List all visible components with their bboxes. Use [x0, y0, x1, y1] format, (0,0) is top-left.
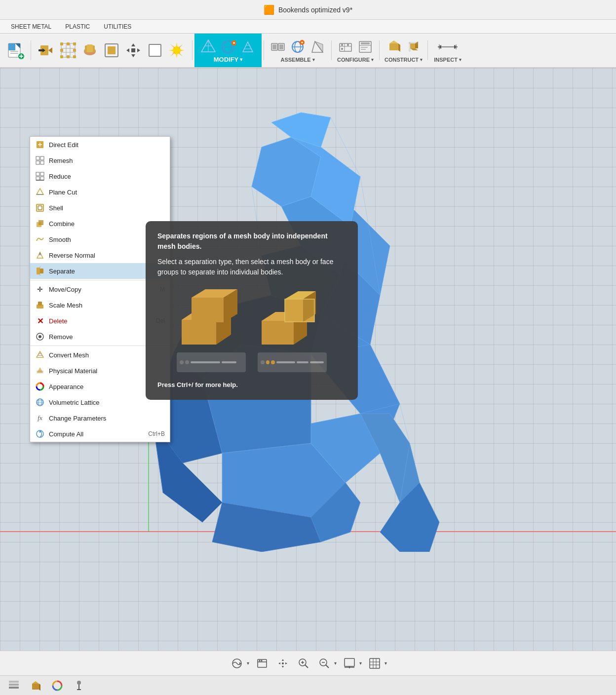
toolbar-divider-6 — [427, 40, 428, 61]
pin-icon[interactable] — [71, 678, 87, 694]
move-copy-icon: ✛ — [35, 284, 45, 294]
toolbar-modify-mesh3[interactable] — [239, 38, 257, 56]
assemble-label[interactable]: ASSEMBLE ▾ — [280, 57, 314, 63]
zoom-in-button[interactable] — [295, 655, 312, 672]
svg-marker-168 — [37, 351, 43, 357]
svg-rect-156 — [38, 206, 42, 210]
compute-all-label: Compute All — [49, 430, 83, 438]
bottom-toolbar: ▾ ▾ ▾ ▾ — [0, 651, 616, 675]
toolbar-inspect-btn[interactable] — [433, 38, 462, 56]
remesh-icon — [35, 155, 45, 165]
svg-line-206 — [305, 665, 308, 668]
tooltip-after — [258, 285, 327, 372]
svg-rect-22 — [60, 55, 63, 58]
toolbar-left-icons — [2, 34, 29, 67]
menu-item-shell[interactable]: Shell — [30, 200, 170, 216]
svg-rect-145 — [40, 156, 44, 160]
tooltip-footer: Press Ctrl+/ for more help. — [157, 380, 346, 390]
svg-marker-41 — [170, 44, 175, 49]
svg-marker-82 — [410, 48, 418, 50]
toolbar-construct-btn1[interactable] — [385, 38, 403, 56]
svg-rect-24 — [73, 55, 76, 58]
inspect-label[interactable]: INSPECT ▾ — [434, 57, 462, 63]
menu-utilities[interactable]: UTILITIES — [97, 21, 138, 32]
appearance-label: Appearance — [49, 383, 83, 390]
svg-rect-35 — [149, 44, 161, 56]
orbit-button[interactable] — [228, 655, 246, 672]
toolbar-divider-1 — [31, 40, 31, 61]
toolbar-assemble-btn2[interactable] — [289, 38, 307, 56]
change-parameters-label: Change Parameters — [49, 415, 106, 422]
toolbar-btn-lattice[interactable] — [58, 40, 78, 61]
svg-rect-23 — [67, 55, 70, 58]
zoom-out-button[interactable] — [315, 655, 333, 672]
viewport[interactable]: Direct Edit Remesh Reduce Plane Cut — [0, 68, 616, 651]
svg-rect-161 — [37, 268, 40, 274]
svg-marker-9 — [48, 47, 52, 53]
svg-rect-80 — [410, 43, 415, 48]
svg-marker-200 — [278, 662, 280, 664]
svg-marker-108 — [380, 483, 439, 552]
toolbar-btn-square[interactable] — [101, 40, 122, 61]
menu-plastic[interactable]: PLASTIC — [58, 21, 97, 32]
configure-label[interactable]: CONFIGURE ▾ — [337, 57, 374, 63]
toolbar-assemble-btn3[interactable] — [308, 38, 326, 56]
svg-rect-144 — [36, 156, 39, 160]
toolbar-divider-2 — [192, 40, 192, 61]
svg-marker-153 — [37, 189, 43, 194]
toolbar-btn-new[interactable] — [5, 40, 26, 61]
layers-icon[interactable] — [6, 678, 22, 694]
toolbar-btn-push[interactable] — [36, 40, 57, 61]
grid-dropdown-arrow[interactable]: ▾ — [384, 660, 388, 666]
modify-label[interactable]: MODIFY ▾ — [214, 56, 243, 63]
reverse-normal-label: Reverse Normal — [49, 252, 95, 259]
menu-item-remesh[interactable]: Remesh — [30, 153, 170, 168]
display-mode-button[interactable] — [341, 655, 358, 672]
material-icon[interactable] — [49, 678, 65, 694]
direct-edit-icon — [35, 140, 45, 150]
toolbar-configure-btn1[interactable] — [337, 38, 354, 56]
pan-button[interactable] — [274, 655, 292, 672]
toolbar-configure-section: CONFIGURE ▾ — [334, 34, 377, 67]
svg-rect-182 — [192, 298, 224, 322]
tooltip-images — [157, 285, 346, 372]
toolbar-btn-outline[interactable] — [145, 40, 165, 61]
toolbar-btn-burst[interactable] — [166, 40, 187, 61]
menu-item-reduce[interactable]: Reduce — [30, 168, 170, 184]
construct-label[interactable]: CONSTRUCT ▾ — [385, 57, 423, 63]
orbit-dropdown-arrow[interactable]: ▾ — [246, 660, 250, 666]
svg-rect-162 — [40, 269, 43, 273]
display-mode-group: ▾ — [341, 655, 363, 672]
zoom-dropdown-arrow[interactable]: ▾ — [333, 660, 338, 666]
grid-button[interactable] — [366, 655, 384, 672]
svg-rect-59 — [279, 44, 283, 49]
toolbar-assemble-btn1[interactable] — [269, 38, 287, 56]
model-icon[interactable] — [28, 678, 43, 694]
svg-rect-210 — [345, 658, 354, 666]
svg-rect-155 — [37, 204, 43, 211]
direct-edit-label: Direct Edit — [49, 141, 78, 149]
appearance-icon — [35, 382, 45, 391]
menu-sheet-metal[interactable]: SHEET METAL — [4, 21, 58, 32]
tooltip-before — [177, 285, 246, 372]
separate-icon — [35, 266, 45, 276]
toolbar-btn-shape[interactable] — [79, 40, 100, 61]
menu-item-compute-all[interactable]: Compute All Ctrl+B — [30, 426, 170, 442]
toolbar-construct-btn2[interactable] — [405, 38, 423, 56]
toolbar-modify-section[interactable]: MODIFY ▾ — [194, 34, 262, 67]
smooth-icon — [35, 234, 45, 244]
svg-marker-31 — [131, 54, 135, 57]
menu-item-change-parameters[interactable]: fx Change Parameters — [30, 410, 170, 426]
toolbar-modify-mesh1[interactable] — [199, 38, 217, 56]
menu-item-plane-cut[interactable]: Plane Cut — [30, 184, 170, 200]
toolbar-btn-move[interactable] — [123, 40, 144, 61]
volumetric-lattice-label: Volumetric Lattice — [49, 399, 100, 406]
svg-rect-12 — [61, 43, 75, 57]
toolbar-modify-mesh2[interactable] — [219, 38, 237, 56]
svg-marker-42 — [179, 44, 183, 49]
svg-rect-213 — [370, 658, 380, 668]
menu-item-direct-edit[interactable]: Direct Edit — [30, 137, 170, 153]
pan-history-button[interactable] — [253, 655, 271, 672]
display-mode-dropdown-arrow[interactable]: ▾ — [358, 660, 363, 666]
toolbar-configure-btn2[interactable] — [356, 38, 374, 56]
